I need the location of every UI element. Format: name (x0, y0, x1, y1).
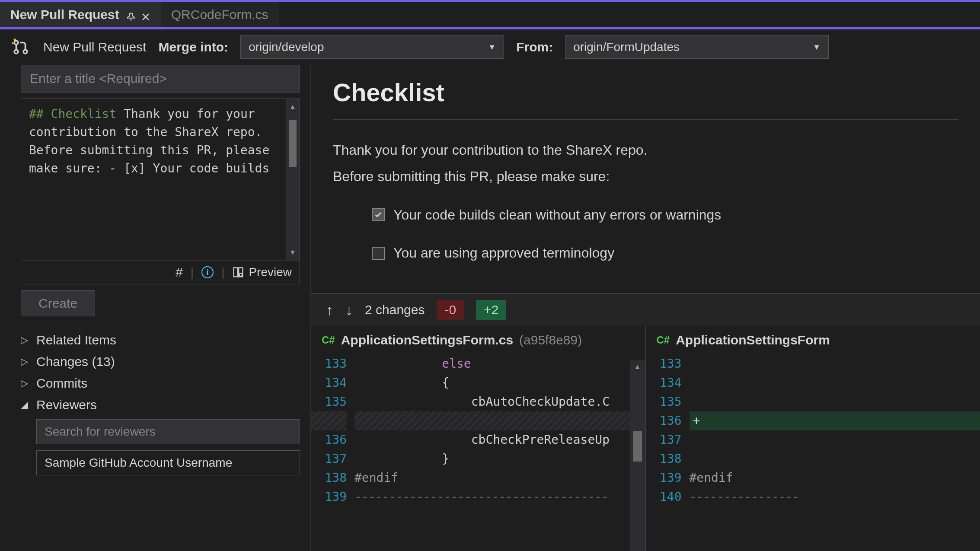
preview-paragraph: Thank you for your contribution to the S… (333, 137, 958, 163)
hash-icon[interactable]: # (176, 265, 183, 280)
code-lines: + #endif ---------------- (690, 354, 980, 506)
checkbox-checked-icon[interactable] (372, 208, 385, 221)
reviewer-chip[interactable]: Sample GitHub Account Username (36, 450, 300, 475)
checklist-item: You are using approved terminology (372, 240, 958, 266)
description-footer: # | i | Preview (21, 260, 300, 284)
from-value: origin/FormUpdates (573, 40, 680, 54)
svg-point-0 (14, 41, 18, 45)
close-icon[interactable] (141, 10, 150, 19)
svg-point-1 (14, 50, 18, 54)
scroll-thumb[interactable] (289, 120, 297, 167)
pr-form-panel: Enter a title <Required> ## Checklist Th… (0, 65, 311, 551)
pr-title-input[interactable]: Enter a title <Required> (21, 65, 300, 92)
svg-point-5 (239, 273, 243, 276)
checkbox-unchecked-icon[interactable] (372, 247, 385, 260)
separator: | (221, 265, 224, 279)
merge-into-dropdown[interactable]: origin/develop ▼ (240, 35, 504, 59)
scroll-up-icon[interactable]: ▲ (290, 102, 295, 112)
caret-down-icon: ◢ (21, 399, 30, 411)
pr-sections-tree: ▷ Related Items ▷ Changes (13) ▷ Commits… (21, 329, 300, 475)
pin-icon[interactable] (126, 10, 136, 19)
reviewer-search-input[interactable]: Search for reviewers (36, 419, 300, 444)
create-button[interactable]: Create (21, 290, 95, 316)
diff-pane-before: C# ApplicationSettingsForm.cs (a95f8e89)… (311, 326, 646, 551)
from-label: From: (516, 40, 553, 54)
from-dropdown[interactable]: origin/FormUpdates ▼ (565, 35, 829, 59)
merge-into-value: origin/develop (249, 40, 324, 54)
separator: | (191, 265, 194, 279)
additions-badge: +2 (476, 300, 506, 320)
diff-view: C# ApplicationSettingsForm.cs (a95f8e89)… (311, 326, 980, 551)
pr-icon (10, 37, 31, 57)
preview-separator (333, 119, 958, 120)
scroll-up-icon[interactable]: ▲ (634, 363, 641, 371)
next-change-button[interactable]: ↓ (345, 302, 353, 318)
preview-toggle-button[interactable]: Preview (232, 265, 292, 279)
code-editor-after[interactable]: 133134135136137138139140 + #endif ------… (646, 354, 980, 506)
pr-toolbar: New Pull Request Merge into: origin/deve… (0, 29, 980, 65)
merge-into-label: Merge into: (158, 40, 228, 54)
tree-changes[interactable]: ▷ Changes (13) (21, 351, 300, 373)
toolbar-title: New Pull Request (43, 40, 146, 54)
deletions-badge: -0 (437, 300, 464, 320)
chevron-down-icon: ▼ (813, 43, 820, 52)
scroll-down-icon[interactable]: ▼ (290, 247, 295, 258)
line-gutter: 133134135136137138139140 (646, 354, 690, 506)
line-gutter: 133134135 136137138139 (311, 354, 354, 506)
changes-count: 2 changes (365, 303, 425, 317)
pr-description-textarea[interactable]: ## Checklist Thank you for your contribu… (21, 99, 300, 260)
preview-icon (232, 266, 244, 278)
caret-right-icon: ▷ (21, 378, 30, 389)
code-editor-before[interactable]: 133134135 136137138139 else { cbAutoChec… (311, 354, 645, 506)
csharp-icon: C# (322, 334, 335, 346)
tab-qrcodeform[interactable]: QRCodeForm.cs (161, 2, 279, 27)
tab-label: QRCodeForm.cs (171, 7, 268, 22)
pr-description-box: ## Checklist Thank you for your contribu… (21, 99, 300, 284)
code-lines: else { cbAutoCheckUpdate.C cbCheckPreRel… (354, 354, 645, 506)
tab-label: New Pull Request (10, 7, 119, 22)
prev-change-button[interactable]: ↑ (326, 302, 333, 318)
tree-reviewers[interactable]: ◢ Reviewers (21, 394, 300, 416)
code-scrollbar[interactable]: ▲ (630, 360, 645, 551)
diff-pane-after: C# ApplicationSettingsForm 1331341351361… (646, 326, 980, 551)
tree-commits[interactable]: ▷ Commits (21, 373, 300, 394)
markdown-preview-pane: Checklist Thank you for your contributio… (311, 65, 980, 294)
tree-related-items[interactable]: ▷ Related Items (21, 329, 300, 351)
preview-paragraph: Before submitting this PR, please make s… (333, 163, 958, 190)
description-scrollbar[interactable]: ▲ ▼ (286, 99, 300, 260)
placeholder-text: Enter a title <Required> (30, 71, 167, 86)
checklist-item: Your code builds clean without any error… (372, 202, 958, 228)
scroll-thumb[interactable] (633, 431, 642, 462)
svg-rect-3 (234, 268, 238, 277)
diff-file-header: C# ApplicationSettingsForm (646, 326, 980, 354)
preview-label: Preview (249, 265, 292, 279)
diff-file-header: C# ApplicationSettingsForm.cs (a95f8e89) (311, 326, 645, 354)
chevron-down-icon: ▼ (488, 43, 496, 52)
tab-new-pr[interactable]: New Pull Request (0, 2, 161, 27)
tab-bar: New Pull Request QRCodeForm.cs (0, 2, 980, 29)
csharp-icon: C# (657, 334, 670, 346)
caret-right-icon: ▷ (21, 334, 30, 346)
svg-point-2 (23, 50, 27, 54)
diff-toolbar: ↑ ↓ 2 changes -0 +2 (311, 294, 980, 326)
info-icon[interactable]: i (201, 266, 214, 278)
caret-right-icon: ▷ (21, 356, 30, 367)
preview-heading: Checklist (333, 78, 958, 107)
